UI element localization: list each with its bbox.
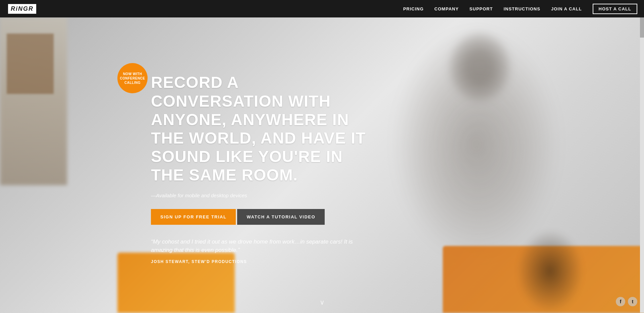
testimonial-author: JOSH STEWART, Stew'd Productions xyxy=(151,259,359,264)
testimonial: “My cohost and I tried it out as we drov… xyxy=(151,238,359,264)
hero-content: NOW WITH CONFERENCE CALLING RECORD A CON… xyxy=(0,17,644,313)
testimonial-quote: “My cohost and I tried it out as we drov… xyxy=(151,238,359,255)
watch-video-button[interactable]: WATCH A TUTORIAL VIDEO xyxy=(237,209,325,225)
nav-support[interactable]: SUPPORT xyxy=(470,6,493,11)
scroll-indicator[interactable]: ∨ xyxy=(320,298,325,306)
host-call-button[interactable]: HOST A CALL xyxy=(593,4,637,14)
hero-section: NOW WITH CONFERENCE CALLING RECORD A CON… xyxy=(0,0,644,313)
hero-subtitle: —Available for mobile and desktop device… xyxy=(151,193,644,198)
hero-title: RECORD A CONVERSATION WITH ANYONE, ANYWH… xyxy=(151,73,369,184)
navigation: RiNGR PRICING COMPANY SUPPORT INSTRUCTIO… xyxy=(0,0,644,17)
nav-pricing[interactable]: PRICING xyxy=(403,6,424,11)
twitter-icon[interactable]: t xyxy=(628,297,637,306)
badge-container: NOW WITH CONFERENCE CALLING RECORD A CON… xyxy=(151,73,644,184)
logo[interactable]: RiNGR xyxy=(8,4,36,14)
signup-button[interactable]: SIGN UP FOR FREE TRIAL xyxy=(151,209,236,225)
nav-instructions[interactable]: INSTRUCTIONS xyxy=(503,6,540,11)
badge-text: NOW WITH CONFERENCE CALLING xyxy=(120,72,145,85)
nav-company[interactable]: COMPANY xyxy=(434,6,459,11)
scrollbar[interactable] xyxy=(640,17,644,313)
social-icons: f t xyxy=(616,297,637,306)
conference-badge: NOW WITH CONFERENCE CALLING xyxy=(117,63,148,93)
facebook-icon[interactable]: f xyxy=(616,297,625,306)
logo-text: RiNGR xyxy=(8,4,36,14)
nav-links: PRICING COMPANY SUPPORT INSTRUCTIONS JOI… xyxy=(403,4,637,14)
button-group: SIGN UP FOR FREE TRIAL WATCH A TUTORIAL … xyxy=(151,209,644,225)
scrollbar-thumb[interactable] xyxy=(640,17,644,38)
nav-join-call[interactable]: JOIN A CALL xyxy=(551,6,582,11)
